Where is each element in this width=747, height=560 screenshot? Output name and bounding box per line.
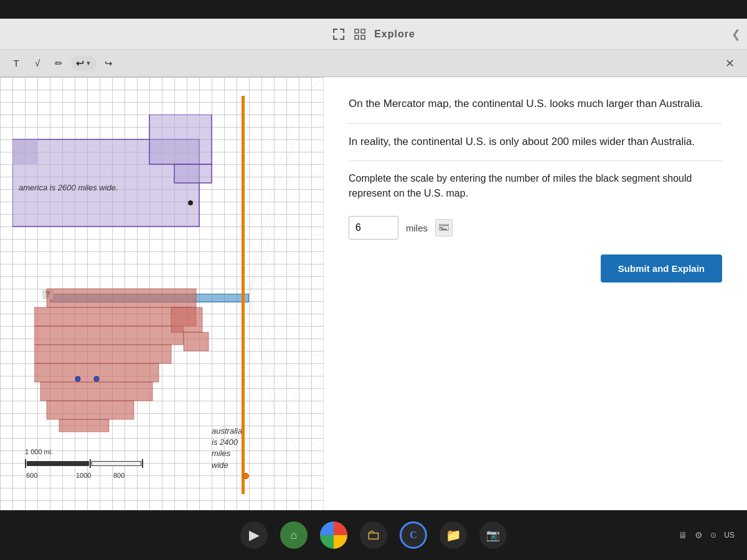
map-right-decoration [249, 77, 323, 510]
australia-shape [34, 276, 233, 441]
dot-america [188, 200, 193, 205]
svg-rect-25 [447, 225, 448, 226]
submit-explain-button[interactable]: Submit and Explain [601, 254, 722, 282]
svg-rect-28 [441, 229, 447, 230]
main-content: america is 2600 miles wide. ? [0, 77, 747, 510]
taskbar-display-icon: 🖥 [679, 530, 687, 540]
svg-point-19 [94, 376, 99, 381]
scale-num-800: 800 [113, 472, 144, 479]
taskbar-wifi-icon: ⊙ [710, 531, 716, 539]
map-panel: america is 2600 miles wide. ? [0, 77, 324, 510]
scale-num-600: 600 [26, 472, 76, 479]
svg-point-18 [75, 376, 80, 381]
toolbar-chevron[interactable]: ❮ [731, 27, 741, 41]
svg-rect-7 [174, 164, 212, 183]
svg-rect-11 [34, 345, 171, 363]
problem-text-1: On the Mercator map, the continental U.S… [349, 96, 722, 112]
expand-icon[interactable] [332, 27, 345, 41]
undo-chevron-icon: ▼ [85, 60, 92, 67]
toolbar-label: Explore [374, 29, 415, 40]
svg-rect-21 [440, 225, 441, 226]
america-label: america is 2600 miles wide. [19, 183, 118, 192]
screen: Explore ❮ T √ ✏ ↩ ▼ ↪ ✕ [0, 19, 747, 510]
svg-rect-13 [40, 382, 153, 401]
taskbar-chrome-icon[interactable] [320, 521, 347, 549]
svg-rect-24 [446, 225, 447, 226]
divider-2 [349, 161, 722, 161]
right-panel: On the Mercator map, the continental U.S… [324, 77, 747, 510]
scale-num-1000: 1000 [76, 472, 113, 479]
taskbar-browser-icon[interactable]: C [400, 521, 427, 549]
taskbar-device-icon[interactable]: 📷 [479, 521, 507, 549]
scale-mi-label: 1 000 mi. [25, 448, 144, 455]
dot-orange-scale [243, 473, 249, 479]
taskbar-settings-icon: ⚙ [695, 530, 703, 540]
taskbar-right: 🖥 ⚙ ⊙ US [679, 530, 735, 540]
redo-button[interactable]: ↪ [100, 54, 118, 73]
svg-rect-27 [442, 227, 443, 228]
svg-rect-6 [12, 139, 37, 164]
svg-rect-22 [442, 225, 443, 226]
svg-rect-5 [149, 114, 212, 164]
svg-rect-26 [440, 227, 441, 228]
taskbar-folder-icon[interactable]: 🗀 [360, 521, 387, 549]
svg-rect-10 [34, 326, 184, 345]
svg-rect-15 [59, 419, 109, 432]
pencil-tool-button[interactable]: ✏ [50, 54, 67, 73]
taskbar-us-label: US [724, 531, 735, 539]
svg-rect-8 [47, 289, 196, 307]
math-toolbar: T √ ✏ ↩ ▼ ↪ ✕ [0, 50, 747, 77]
svg-rect-0 [355, 29, 359, 33]
taskbar-files-icon[interactable]: 📁 [439, 521, 467, 549]
grid-icon[interactable] [353, 27, 367, 41]
close-button[interactable]: ✕ [720, 54, 740, 73]
divider-1 [349, 123, 722, 124]
svg-rect-1 [361, 29, 365, 33]
orange-vertical-line [242, 96, 245, 494]
undo-icon: ↩ [76, 57, 84, 69]
problem-text-2: In reality, the continental U.S. is only… [349, 134, 722, 150]
australia-label: australia is 2400 miles wide [212, 426, 242, 471]
svg-rect-16 [171, 307, 202, 332]
taskbar-play-icon[interactable]: ▶ [240, 521, 268, 549]
answer-area: miles [349, 216, 722, 240]
svg-rect-3 [361, 35, 365, 39]
sqrt-tool-button[interactable]: √ [29, 54, 46, 73]
keyboard-icon[interactable] [435, 219, 453, 236]
svg-rect-14 [47, 401, 134, 419]
instruction-text: Complete the scale by entering the numbe… [349, 171, 722, 201]
answer-unit-label: miles [406, 223, 428, 233]
text-tool-button[interactable]: T [7, 54, 25, 73]
taskbar-green-icon[interactable]: ⌂ [280, 521, 308, 549]
svg-rect-2 [355, 35, 359, 39]
toolbar-title-area: Explore [332, 27, 415, 41]
taskbar: ▶ ⌂ 🗀 C 📁 📷 🖥 ⚙ ⊙ US [0, 510, 747, 560]
scale-bar-area: 1 000 mi. 600 1000 800 [25, 448, 144, 479]
toolbar: Explore ❮ [0, 19, 747, 50]
answer-input[interactable] [349, 216, 398, 240]
undo-dropdown[interactable]: ↩ ▼ [71, 56, 96, 70]
svg-rect-23 [444, 225, 445, 226]
svg-rect-17 [184, 332, 209, 351]
